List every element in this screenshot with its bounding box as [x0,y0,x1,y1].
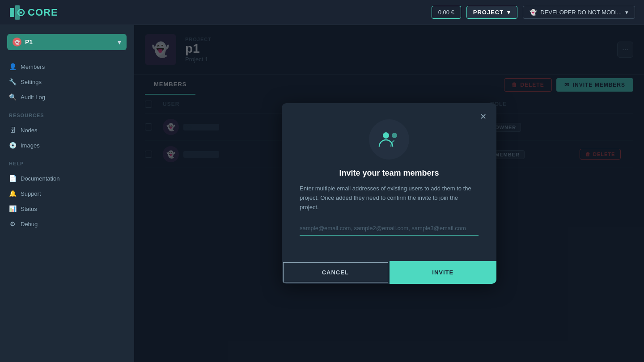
debug-icon: ⚙ [9,220,16,227]
sidebar-item-label: Audit Log [21,94,45,101]
nav-right: 0,00 € PROJECT ▾ 👻 DEVELOPER DO NOT MODI… [432,6,635,19]
modal-title: Invite your team members [300,168,479,178]
resources-label: RESOURCES [0,106,134,121]
svg-point-5 [392,133,397,138]
modal-footer: CANCEL INVITE [282,261,496,284]
sidebar-item-label: Settings [21,79,42,85]
project-dropdown-label: PROJECT [473,9,504,16]
modal-description: Enter multiple email addresses of existi… [300,184,479,212]
members-icon: 👤 [9,63,16,70]
sidebar-item-support[interactable]: 🔔 Support [0,186,134,201]
svg-rect-0 [10,8,14,17]
sidebar-resources-section: 🗄 Nodes 💿 Images [0,121,134,155]
main-layout: 👻 P1 ▾ 👤 Members 🔧 Settings 🔍 Audit Log … [0,25,644,362]
top-nav: CORE 0,00 € PROJECT ▾ 👻 DEVELOPER DO NOT… [0,0,644,25]
sidebar-nav-section: 👤 Members 🔧 Settings 🔍 Audit Log [0,57,134,106]
project-emoji: 👻 [14,40,20,45]
logo: CORE [9,4,58,21]
user-label: DEVELOPER DO NOT MODI... [540,9,622,16]
modal-body: Invite your team members Enter multiple … [282,168,496,248]
cancel-button[interactable]: CANCEL [282,261,390,284]
help-label: HELP [0,155,134,169]
sidebar-project-selector[interactable]: 👻 P1 ▾ [7,34,127,50]
team-members-icon [378,130,400,148]
sidebar-item-label: Documentation [21,175,59,182]
modal-invite-button[interactable]: INVITE [390,261,497,284]
nodes-icon: 🗄 [9,126,16,134]
content-area: 👻 PROJECT p1 Project 1 ··· MEMBERS [134,25,644,362]
sidebar-item-images[interactable]: 💿 Images [0,138,134,153]
invite-modal: ✕ Invite your team members [282,103,496,283]
balance-badge[interactable]: 0,00 € [432,6,461,19]
user-chevron-icon: ▾ [625,9,628,16]
sidebar-item-audit-log[interactable]: 🔍 Audit Log [0,89,134,105]
sidebar-item-members[interactable]: 👤 Members [0,59,134,74]
sidebar-item-label: Images [21,142,40,149]
support-icon: 🔔 [9,190,16,197]
sidebar-help-section: 📄 Documentation 🔔 Support 📊 Status ⚙ Deb… [0,169,134,233]
docs-icon: 📄 [9,175,16,182]
close-icon: ✕ [480,112,487,122]
svg-point-3 [20,11,22,13]
sidebar-item-documentation[interactable]: 📄 Documentation [0,171,134,186]
sidebar-item-status[interactable]: 📊 Status [0,201,134,216]
sidebar: 👻 P1 ▾ 👤 Members 🔧 Settings 🔍 Audit Log … [0,25,134,362]
project-icon-sm: 👻 [13,38,21,46]
logo-text: CORE [28,7,58,18]
selector-left: 👻 P1 [13,38,33,46]
selector-chevron-icon: ▾ [118,38,121,46]
nav-left: CORE [9,4,58,21]
modal-icon-circle [369,119,409,160]
email-input[interactable] [300,221,479,236]
sidebar-item-label: Support [21,190,41,197]
sidebar-item-debug[interactable]: ⚙ Debug [0,216,134,232]
chevron-down-icon: ▾ [507,9,511,16]
sidebar-item-label: Status [21,206,37,212]
svg-point-4 [383,132,389,139]
settings-icon: 🔧 [9,78,16,85]
sidebar-item-label: Members [21,63,45,70]
sidebar-item-label: Debug [21,221,38,227]
audit-icon: 🔍 [9,93,16,101]
sidebar-item-nodes[interactable]: 🗄 Nodes [0,122,134,138]
user-badge[interactable]: 👻 DEVELOPER DO NOT MODI... ▾ [523,6,635,19]
modal-overlay: ✕ Invite your team members [134,25,644,362]
project-dropdown[interactable]: PROJECT ▾ [466,6,517,19]
user-avatar-icon: 👻 [530,9,537,16]
sidebar-project-name: P1 [25,38,33,46]
sidebar-item-label: Nodes [21,127,38,134]
status-icon: 📊 [9,205,16,212]
sidebar-item-settings[interactable]: 🔧 Settings [0,74,134,89]
images-icon: 💿 [9,142,16,149]
modal-icon-area [282,103,496,168]
modal-close-button[interactable]: ✕ [477,110,489,123]
